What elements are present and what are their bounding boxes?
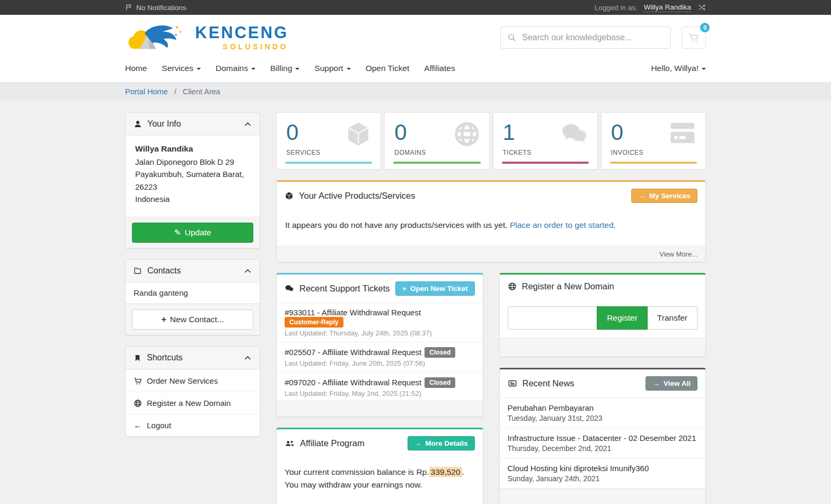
ticket-row[interactable]: #933011 - Affiliate Withdrawal RequestCu… [277,303,483,342]
brand-logo-icon [125,23,189,52]
affiliate-panel: Affiliate Program → More Details Your cu… [276,428,483,504]
nav-item-affiliates[interactable]: Affiliates [417,59,462,78]
logged-in-label: Logged in as: [595,4,638,12]
status-badge: Closed [425,377,455,388]
stat-bar [393,162,480,164]
cart-count-badge: 0 [700,23,710,32]
news-item[interactable]: Cloud Hosting kini diproteksi Imunify360… [500,458,706,489]
ticket-row[interactable]: #097020 - Affiliate Withdrawal RequestCl… [277,373,483,401]
shortcut-register-domain[interactable]: Register a New Domain [126,392,260,414]
active-products-title: Your Active Products/Services [299,191,626,201]
ticket-row[interactable]: #025507 - Affiliate Withdrawal RequestCl… [277,342,483,373]
nav-item-domains[interactable]: Domains [208,59,263,78]
shortcuts-title: Shortcuts [147,353,238,362]
contacts-panel: Contacts Randa ganteng + New Contact... [125,259,260,335]
user-icon [134,120,142,128]
breadcrumb-current: Client Area [183,87,220,96]
shortcuts-panel: Shortcuts Order New Services Register a … [125,346,260,437]
news-list: Perubahan Pembayaran Tuesday, January 31… [500,398,706,489]
nav-item-billing[interactable]: Billing [263,59,307,78]
commission-amount: 339,520 [429,467,462,477]
recent-news-panel: Recent News → View All Perubahan Pembaya… [499,368,706,504]
stat-invoices[interactable]: 0 INVOICES [601,112,706,170]
stats-row: 0 SERVICES 0 DOMAINS 1 TICKETS [276,112,706,170]
client-address-line3: Indonesia [135,193,250,205]
new-contact-button[interactable]: + New Contact... [132,310,253,330]
users-icon [285,439,295,448]
switch-user-icon[interactable] [697,3,706,12]
recent-tickets-title: Recent Support Tickets [299,284,390,294]
no-products-text: It appears you do not have any products/… [285,220,508,229]
nav-item-home[interactable]: Home [125,59,154,78]
main-nav: Home Services Domains Billing Support Op… [0,59,831,82]
active-products-panel: Your Active Products/Services → My Servi… [276,180,706,262]
logged-in-user-link[interactable]: Willya Randika [644,3,691,12]
shortcut-logout[interactable]: ← Logout [126,414,260,436]
stat-services[interactable]: 0 SERVICES [276,112,381,170]
chevron-up-icon[interactable] [244,120,252,128]
globe-icon [134,399,142,408]
register-domain-panel: Register a New Domain Register Transfer [499,273,706,357]
caret-down-icon [197,68,201,70]
brand-tagline: SOLUSINDO [195,42,288,51]
arrow-right-icon: → [638,192,646,200]
update-button[interactable]: ✎ Update [132,223,253,243]
site-header: KENCENG SOLUSINDO 0 [0,15,831,59]
my-services-button[interactable]: → My Services [631,189,697,203]
breadcrumb-separator: / [174,87,176,96]
brand-logo[interactable]: KENCENG SOLUSINDO [125,23,288,52]
chevron-up-icon[interactable] [244,354,252,362]
chevron-up-icon[interactable] [244,267,252,275]
your-info-panel: Your Info Willya Randika Jalan Diponegor… [125,112,260,249]
register-domain-title: Register a New Domain [522,281,698,291]
contact-list-item[interactable]: Randa ganteng [126,282,260,304]
credit-card-icon [668,120,697,148]
cube-icon [344,120,372,149]
notifications-label: No Notifications [136,4,187,12]
shortcut-order-new-services[interactable]: Order New Services [126,369,260,392]
search-input[interactable] [500,26,671,49]
bookmark-icon [134,354,142,362]
stat-domains[interactable]: 0 DOMAINS [384,112,489,170]
arrow-right-icon: → [414,439,422,447]
register-button[interactable]: Register [597,306,648,330]
arrow-left-icon: ← [134,421,142,430]
status-badge: Closed [425,347,455,358]
arrow-right-icon: → [652,379,660,387]
news-item[interactable]: Infrastructure Issue - Datacenter - 02 D… [500,428,706,458]
open-new-ticket-button[interactable]: + Open New Ticket [395,281,474,296]
stat-bar [610,162,697,164]
top-bar: No Notifications Logged in as: Willya Ra… [0,0,831,15]
view-all-button[interactable]: → View All [646,376,697,391]
cart-button[interactable]: 0 [682,26,706,49]
ticket-list: #933011 - Affiliate Withdrawal RequestCu… [277,303,483,401]
more-details-button[interactable]: → More Details [408,436,475,450]
news-item[interactable]: Perubahan Pembayaran Tuesday, January 31… [500,398,706,428]
breadcrumb: Portal Home / Client Area [0,82,831,101]
plus-icon: + [402,285,406,293]
user-menu[interactable]: Hello, Willya! [651,64,706,73]
caret-down-icon [347,68,351,70]
nav-item-support[interactable]: Support [307,59,358,78]
transfer-button[interactable]: Transfer [648,306,697,330]
place-order-link[interactable]: Place an order to get started [510,220,614,229]
domain-search-input[interactable] [508,306,597,330]
folder-icon [134,267,142,275]
contacts-title: Contacts [147,266,238,276]
cart-icon [134,377,142,385]
nav-item-open-ticket[interactable]: Open Ticket [358,59,417,78]
stat-bar [502,162,589,164]
caret-down-icon [295,68,299,70]
client-name: Willya Randika [135,144,250,154]
affiliate-title: Affiliate Program [300,438,402,448]
nav-item-services[interactable]: Services [154,59,208,78]
status-badge: Customer-Reply [285,317,343,328]
breadcrumb-portal-home-link[interactable]: Portal Home [125,87,168,96]
cart-icon [688,32,699,43]
plus-icon: + [162,315,166,324]
notifications-link[interactable]: No Notifications [125,4,187,12]
stat-tickets[interactable]: 1 TICKETS [493,112,598,170]
view-more-link[interactable]: View More... [659,250,697,258]
sidebar: Your Info Willya Randika Jalan Diponegor… [125,112,260,504]
client-address-line1: Jalan Diponegoro Blok D 29 [135,156,250,168]
